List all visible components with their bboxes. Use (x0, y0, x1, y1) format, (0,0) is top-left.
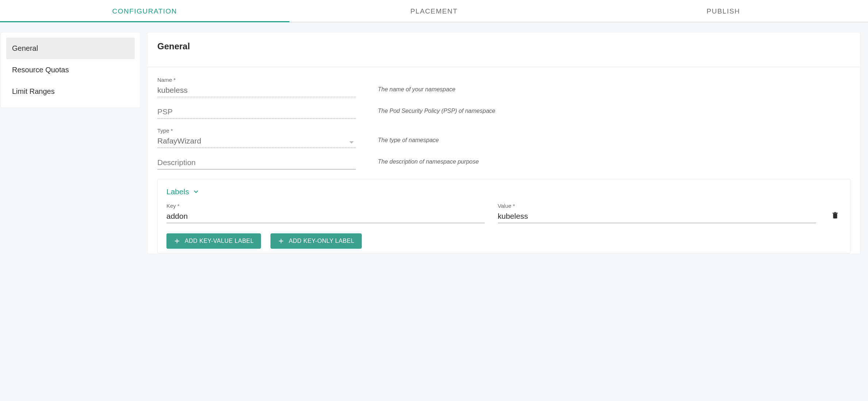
trash-icon (831, 211, 839, 219)
delete-label-button[interactable] (829, 211, 841, 222)
psp-field[interactable] (157, 106, 356, 119)
type-label: Type * (157, 127, 356, 134)
labels-card: Labels Key * Value * (157, 179, 850, 253)
sidebar-item-resource-quotas[interactable]: Resource Quotas (6, 59, 135, 81)
label-value-label: Value * (498, 203, 816, 209)
plus-icon (278, 238, 284, 244)
add-key-only-label-button[interactable]: ADD KEY-ONLY LABEL (270, 233, 361, 249)
add-kv-label-text: ADD KEY-VALUE LABEL (185, 238, 254, 244)
tab-publish[interactable]: PUBLISH (579, 0, 868, 22)
description-field[interactable] (157, 157, 356, 169)
label-key-input[interactable] (166, 210, 485, 223)
labels-toggle[interactable]: Labels (166, 187, 841, 196)
name-field[interactable] (157, 84, 356, 97)
plus-icon (174, 238, 180, 244)
label-value-input[interactable] (498, 210, 816, 223)
description-help: The description of namespace purpose (378, 159, 850, 169)
page-title: General (157, 41, 850, 51)
tab-configuration[interactable]: CONFIGURATION (0, 0, 289, 22)
chevron-down-icon (193, 188, 199, 195)
sidebar: General Resource Quotas Limit Ranges (1, 33, 140, 107)
sidebar-item-general[interactable]: General (6, 38, 135, 59)
name-help: The name of your namespace (378, 86, 850, 97)
name-label: Name * (157, 77, 356, 83)
psp-help: The Pod Security Policy (PSP) of namespa… (378, 108, 850, 119)
sidebar-item-limit-ranges[interactable]: Limit Ranges (6, 81, 135, 102)
add-ko-label-text: ADD KEY-ONLY LABEL (289, 238, 354, 244)
main-panel: General Name * The name of your namespac… (148, 33, 860, 253)
label-key-label: Key * (166, 203, 485, 209)
tab-placement[interactable]: PLACEMENT (289, 0, 579, 22)
type-select[interactable]: RafayWizard (157, 135, 356, 148)
type-help: The type of namespace (378, 137, 850, 148)
add-key-value-label-button[interactable]: ADD KEY-VALUE LABEL (166, 233, 261, 249)
label-row: Key * Value * (166, 203, 841, 223)
top-tabs: CONFIGURATION PLACEMENT PUBLISH (0, 0, 868, 22)
labels-title: Labels (166, 187, 189, 196)
